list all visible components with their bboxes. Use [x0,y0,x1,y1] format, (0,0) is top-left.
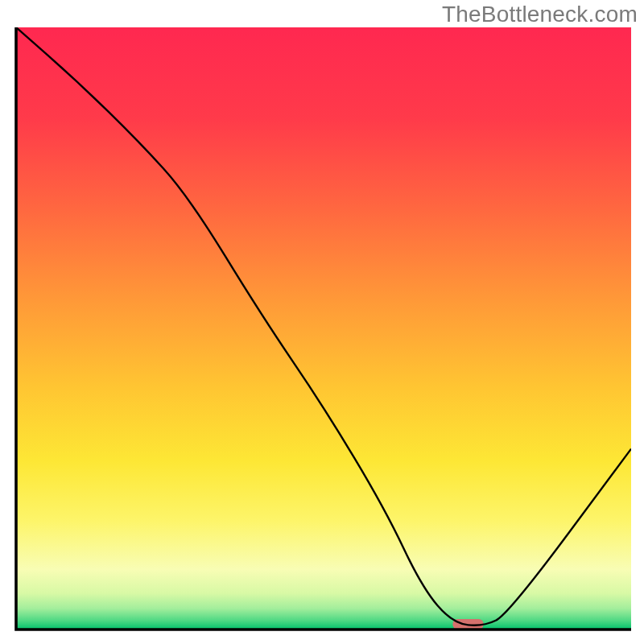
bottleneck-chart [0,0,644,644]
watermark-text: TheBottleneck.com [442,2,638,27]
plot-gradient-background [16,27,631,630]
